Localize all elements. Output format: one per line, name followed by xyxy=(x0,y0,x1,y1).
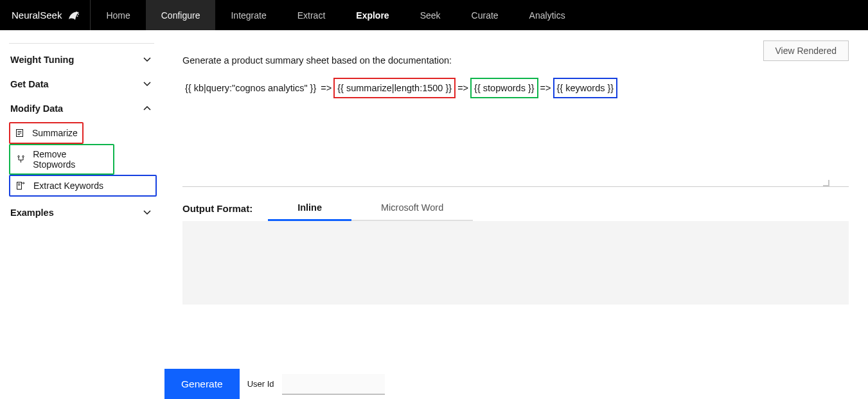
chevron-down-icon xyxy=(141,207,153,218)
nav-integrate[interactable]: Integrate xyxy=(215,0,281,30)
svg-point-8 xyxy=(22,155,23,157)
remove-stopwords-icon xyxy=(15,154,26,165)
nav-home[interactable]: Home xyxy=(91,0,145,30)
generate-button[interactable]: Generate xyxy=(164,369,240,399)
chevron-down-icon xyxy=(141,78,153,90)
nav-explore[interactable]: Explore xyxy=(341,0,404,30)
summarize-icon xyxy=(15,127,26,139)
sidebar-section-examples[interactable]: Examples xyxy=(0,200,163,225)
chevron-up-icon xyxy=(141,103,153,114)
svg-rect-10 xyxy=(17,182,22,190)
prompt-text: Generate a product summary sheet based o… xyxy=(182,46,849,69)
sidebar-section-label: Examples xyxy=(10,208,54,218)
sidebar-item-summarize[interactable]: Summarize xyxy=(9,122,84,144)
token-keywords: {{ keywords }} xyxy=(553,78,618,98)
output-format-row: Output Format: Inline Microsoft Word xyxy=(182,193,849,221)
nav-seek[interactable]: Seek xyxy=(405,0,456,30)
brand-logo-icon xyxy=(67,8,81,22)
svg-point-1 xyxy=(78,13,79,15)
sidebar-section-label: Get Data xyxy=(10,79,49,89)
sidebar-section-weight-tuning[interactable]: Weight Tuning xyxy=(0,48,163,72)
output-area xyxy=(182,221,849,305)
bottom-bar: Generate User Id xyxy=(164,369,385,399)
token-kb: {{ kb|query:"cognos analytics" }} xyxy=(182,79,319,97)
extract-keywords-icon xyxy=(15,180,27,191)
svg-point-2 xyxy=(77,15,78,17)
token-stopwords: {{ stopwords }} xyxy=(470,78,538,98)
userid-input[interactable] xyxy=(282,374,385,395)
nav-analytics[interactable]: Analytics xyxy=(514,0,581,30)
tab-microsoft-word[interactable]: Microsoft Word xyxy=(351,196,473,221)
svg-point-0 xyxy=(76,12,77,13)
nav-items: Home Configure Integrate Extract Explore… xyxy=(91,0,580,30)
sidebar-section-modify-data[interactable]: Modify Data xyxy=(0,96,163,121)
brand-name: NeuralSeek xyxy=(12,10,62,21)
sidebar-item-extract-keywords[interactable]: Extract Keywords xyxy=(9,175,157,197)
main-content: View Rendered Generate a product summary… xyxy=(163,30,868,399)
sidebar-section-label: Modify Data xyxy=(10,103,63,114)
modify-data-items: Summarize Remove Stopwords Extract Keywo… xyxy=(0,121,163,200)
sidebar: Weight Tuning Get Data Modify Data Summa… xyxy=(0,30,163,399)
brand: NeuralSeek xyxy=(0,0,91,30)
svg-point-7 xyxy=(17,155,19,157)
token-arrow: => xyxy=(540,80,551,96)
nav-configure[interactable]: Configure xyxy=(146,0,216,30)
sidebar-item-label: Extract Keywords xyxy=(33,181,103,191)
prompt-editor[interactable]: Generate a product summary sheet based o… xyxy=(182,46,849,187)
tab-inline[interactable]: Inline xyxy=(268,196,351,221)
chevron-down-icon xyxy=(141,54,153,66)
prompt-token-line: {{ kb|query:"cognos analytics" }}=>{{ su… xyxy=(182,69,849,98)
resize-handle[interactable] xyxy=(823,180,829,186)
token-arrow: => xyxy=(457,80,468,96)
top-nav: NeuralSeek Home Configure Integrate Extr… xyxy=(0,0,868,30)
sidebar-item-remove-stopwords[interactable]: Remove Stopwords xyxy=(9,144,114,175)
sidebar-section-label: Weight Tuning xyxy=(10,55,74,65)
nav-extract[interactable]: Extract xyxy=(282,0,341,30)
token-arrow: => xyxy=(321,80,332,96)
output-format-tabs: Inline Microsoft Word xyxy=(268,196,473,221)
userid-label: User Id xyxy=(247,379,274,389)
sidebar-item-label: Remove Stopwords xyxy=(33,149,108,170)
sidebar-item-label: Summarize xyxy=(32,128,78,138)
token-summarize: {{ summarize|length:1500 }} xyxy=(333,78,456,98)
sidebar-section-get-data[interactable]: Get Data xyxy=(0,72,163,96)
output-format-label: Output Format: xyxy=(182,203,252,214)
sidebar-divider xyxy=(9,43,154,44)
nav-curate[interactable]: Curate xyxy=(456,0,514,30)
